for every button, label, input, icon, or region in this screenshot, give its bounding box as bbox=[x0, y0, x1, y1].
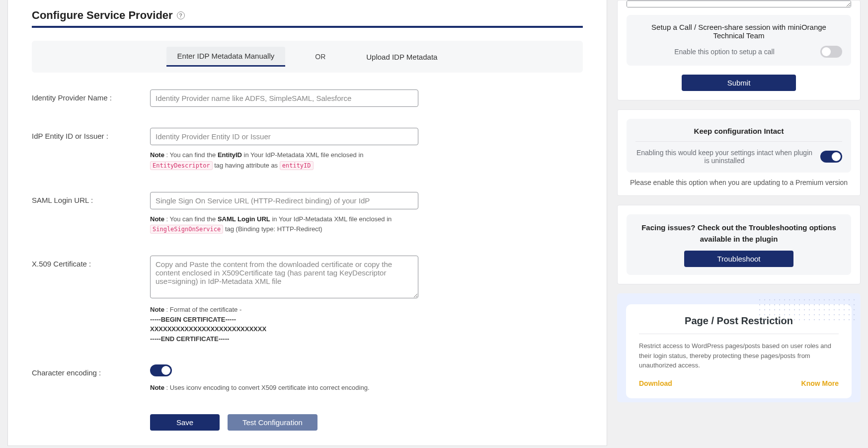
entity-id-input[interactable] bbox=[150, 128, 418, 145]
form: Identity Provider Name : IdP Entity ID o… bbox=[32, 90, 583, 431]
sidebar: Setup a Call / Screen-share session with… bbox=[617, 0, 861, 446]
section-title: Configure Service Provider ? bbox=[32, 9, 583, 28]
code-entityid: entityID bbox=[280, 161, 314, 170]
keep-card: Keep configuration Intact Enabling this … bbox=[617, 109, 861, 196]
x509-label: X.509 Certificate : bbox=[32, 256, 150, 268]
tab-manual[interactable]: Enter IDP Metadata Manually bbox=[166, 47, 286, 67]
login-url-note: Note : You can find the SAML Login URL i… bbox=[150, 214, 418, 235]
promo-card: Page / Post Restriction Restrict access … bbox=[617, 293, 861, 402]
promo-download-link[interactable]: Download bbox=[639, 379, 672, 387]
keep-option-text: Enabling this would keep your settings i… bbox=[635, 149, 813, 165]
section-title-text: Configure Service Provider bbox=[32, 9, 173, 22]
trouble-heading: Facing issues? Check out the Troubleshoo… bbox=[635, 222, 842, 245]
encoding-label: Character encoding : bbox=[32, 364, 150, 377]
call-toggle[interactable] bbox=[820, 46, 842, 58]
keep-toggle[interactable] bbox=[820, 151, 842, 163]
entity-id-note: Note : You can find the EntityID in Your… bbox=[150, 150, 418, 171]
tab-separator-or: OR bbox=[315, 53, 325, 61]
save-button[interactable]: Save bbox=[150, 414, 220, 431]
code-entitydescriptor: EntityDescriptor bbox=[150, 161, 213, 170]
call-option-text: Enable this option to setup a call bbox=[635, 48, 813, 56]
divider bbox=[635, 141, 842, 142]
code-singlesignonservice: SingleSignOnService bbox=[150, 225, 223, 234]
tab-bar: Enter IDP Metadata Manually OR Upload ID… bbox=[32, 41, 583, 73]
decorative-dots bbox=[757, 297, 857, 322]
login-url-label: SAML Login URL : bbox=[32, 192, 150, 204]
encoding-toggle[interactable] bbox=[150, 364, 172, 376]
help-icon[interactable]: ? bbox=[177, 11, 185, 19]
call-card: Setup a Call / Screen-share session with… bbox=[617, 0, 861, 100]
test-config-button[interactable]: Test Configuration bbox=[228, 414, 317, 431]
promo-divider bbox=[639, 334, 839, 334]
keep-heading: Keep configuration Intact bbox=[635, 127, 842, 135]
entity-id-label: IdP Entity ID or Issuer : bbox=[32, 128, 150, 140]
main-panel: Configure Service Provider ? Enter IDP M… bbox=[7, 0, 607, 446]
idp-name-input[interactable] bbox=[150, 90, 418, 107]
login-url-input[interactable] bbox=[150, 192, 418, 209]
x509-textarea[interactable] bbox=[150, 256, 418, 298]
promo-text: Restrict access to WordPress pages/posts… bbox=[639, 341, 839, 370]
troubleshoot-button[interactable]: Troubleshoot bbox=[684, 251, 793, 267]
idp-name-label: Identity Provider Name : bbox=[32, 90, 150, 102]
call-textarea[interactable] bbox=[627, 0, 851, 7]
promo-know-more-link[interactable]: Know More bbox=[801, 379, 839, 387]
trouble-card: Facing issues? Check out the Troubleshoo… bbox=[617, 205, 861, 284]
x509-note: Note : Format of the certificate - -----… bbox=[150, 305, 418, 344]
keep-footer: Please enable this option when you are u… bbox=[627, 179, 851, 186]
submit-button[interactable]: Submit bbox=[682, 75, 796, 91]
call-heading: Setup a Call / Screen-share session with… bbox=[635, 23, 842, 40]
tab-upload[interactable]: Upload IDP Metadata bbox=[355, 48, 448, 66]
encoding-note: Note : Uses iconv encoding to convert X5… bbox=[150, 383, 418, 393]
